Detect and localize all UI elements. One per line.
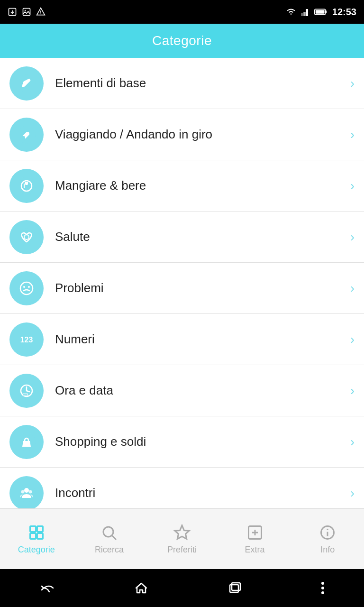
- battery-icon: [314, 8, 328, 16]
- numeri-chevron: ›: [350, 332, 355, 347]
- svg-point-33: [18, 484, 36, 502]
- ora-data-icon-circle: [9, 374, 44, 408]
- elementi-di-base-icon-circle: [9, 66, 44, 101]
- category-item-ora-data[interactable]: Ora e data ›: [0, 365, 364, 416]
- ora-data-chevron: ›: [350, 383, 355, 398]
- svg-rect-39: [30, 533, 36, 539]
- direction-icon: [17, 125, 36, 144]
- nav-label-preferiti: Preferiti: [167, 545, 197, 555]
- mangiare-bere-label: Mangiare & bere: [55, 178, 350, 193]
- health-icon: [17, 228, 36, 247]
- svg-point-3: [25, 10, 26, 11]
- category-item-problemi[interactable]: Problemi ›: [0, 263, 364, 314]
- svg-text:123: 123: [20, 336, 33, 344]
- plus-square-icon: [246, 523, 264, 542]
- svg-rect-2: [23, 9, 30, 16]
- info-circle-icon: [318, 523, 337, 542]
- ora-data-label: Ora e data: [55, 383, 350, 398]
- elementi-di-base-chevron: ›: [350, 76, 355, 91]
- shopping-chevron: ›: [350, 434, 355, 450]
- svg-marker-9: [306, 9, 308, 16]
- signal-icon: [301, 8, 309, 16]
- svg-point-41: [103, 527, 113, 537]
- svg-marker-8: [303, 12, 306, 16]
- category-item-numeri[interactable]: 123 Numeri ›: [0, 314, 364, 365]
- mangiare-bere-icon-circle: [9, 169, 44, 203]
- shopping-icon-circle: [9, 425, 44, 459]
- svg-point-34: [24, 488, 29, 493]
- status-bar: 12:53: [0, 0, 364, 24]
- viaggiando-chevron: ›: [350, 127, 355, 142]
- nav-label-categorie: Categorie: [18, 545, 55, 555]
- emoji-sad-icon: [17, 279, 36, 298]
- svg-point-35: [21, 490, 25, 493]
- svg-point-22: [28, 286, 30, 288]
- image-icon: [22, 7, 31, 17]
- bottom-navigation: Categorie Ricerca Preferiti Extr: [0, 508, 364, 569]
- category-item-elementi-di-base[interactable]: Elementi di base ›: [0, 58, 364, 109]
- nav-item-preferiti[interactable]: Preferiti: [146, 509, 218, 569]
- salute-icon-circle: [9, 220, 44, 254]
- svg-point-36: [29, 490, 32, 493]
- clock: 12:53: [332, 7, 356, 18]
- status-icons-right: 12:53: [286, 7, 356, 18]
- svg-line-42: [112, 536, 116, 540]
- nav-label-extra: Extra: [245, 545, 265, 555]
- page-title: Categorie: [152, 33, 212, 48]
- page-header: Categorie: [0, 24, 364, 58]
- star-icon: [173, 523, 191, 542]
- svg-point-52: [321, 582, 324, 585]
- category-item-viaggiando[interactable]: Viaggiando / Andando in giro ›: [0, 109, 364, 160]
- svg-rect-29: [22, 393, 28, 396]
- svg-point-49: [327, 529, 328, 530]
- category-item-mangiare-bere[interactable]: Mangiare & bere ›: [0, 160, 364, 212]
- clock-icon: [17, 381, 36, 400]
- viaggiando-icon-circle: [9, 118, 44, 152]
- warning-icon: [36, 7, 46, 17]
- svg-rect-50: [230, 585, 238, 592]
- back-button[interactable]: [40, 582, 55, 594]
- incontri-icon-circle: [9, 476, 44, 509]
- viaggiando-label: Viaggiando / Andando in giro: [55, 127, 350, 142]
- grid-icon: [27, 523, 46, 542]
- nav-label-ricerca: Ricerca: [95, 545, 124, 555]
- category-item-shopping[interactable]: Shopping e soldi ›: [0, 416, 364, 468]
- problemi-label: Problemi: [55, 281, 350, 295]
- svg-point-54: [321, 591, 324, 594]
- pencil-icon: [17, 74, 36, 93]
- svg-rect-11: [325, 10, 327, 13]
- problemi-icon-circle: [9, 271, 44, 305]
- android-nav-bar: [0, 569, 364, 607]
- svg-rect-51: [232, 583, 240, 590]
- nav-item-categorie[interactable]: Categorie: [0, 509, 73, 569]
- nav-label-info: Info: [320, 545, 335, 555]
- incontri-chevron: ›: [350, 486, 355, 501]
- svg-marker-7: [301, 13, 303, 16]
- status-icons-left: [8, 7, 46, 17]
- incontri-label: Incontri: [55, 486, 350, 500]
- svg-rect-12: [316, 10, 325, 13]
- nav-item-ricerca[interactable]: Ricerca: [73, 509, 146, 569]
- category-item-incontri[interactable]: Incontri ›: [0, 468, 364, 508]
- search-icon: [100, 523, 118, 542]
- svg-rect-38: [37, 526, 43, 532]
- svg-marker-43: [175, 525, 189, 539]
- numeri-icon-circle: 123: [9, 322, 44, 357]
- category-list: Elementi di base › Viaggiando / Andando …: [0, 58, 364, 508]
- svg-rect-40: [37, 533, 43, 539]
- numeri-label: Numeri: [55, 332, 350, 347]
- recents-button[interactable]: [228, 582, 242, 594]
- numbers-icon: 123: [17, 330, 36, 349]
- category-item-salute[interactable]: Salute ›: [0, 212, 364, 263]
- download-icon: [8, 7, 17, 17]
- svg-point-17: [18, 228, 36, 246]
- shopping-bag-icon: [17, 432, 36, 451]
- food-drink-icon: [17, 176, 36, 195]
- home-button[interactable]: [134, 581, 148, 595]
- options-button[interactable]: [321, 581, 325, 595]
- nav-item-info[interactable]: Info: [291, 509, 364, 569]
- wifi-icon: [286, 8, 296, 16]
- salute-label: Salute: [55, 230, 350, 244]
- nav-item-extra[interactable]: Extra: [218, 509, 291, 569]
- svg-rect-37: [30, 526, 36, 532]
